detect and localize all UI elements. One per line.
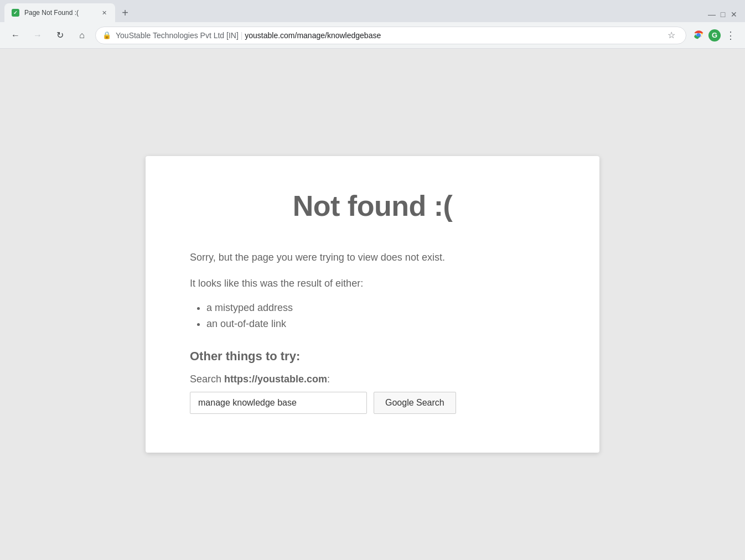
g-label: G: [712, 31, 717, 39]
toolbar-icons: G ⋮: [691, 28, 738, 43]
tab-close-button[interactable]: ✕: [100, 8, 108, 17]
error-card: Not found :( Sorry, but the page you wer…: [146, 156, 599, 453]
browser-menu-button[interactable]: ⋮: [723, 28, 738, 43]
forward-icon: →: [33, 30, 42, 40]
google-search-button[interactable]: Google Search: [374, 392, 456, 414]
page-content: Not found :( Sorry, but the page you wer…: [0, 49, 745, 560]
tab-favicon: [11, 8, 20, 17]
company-name: YouStable Technologies Pvt Ltd [IN]: [116, 31, 239, 40]
search-label: Search https://youstable.com:: [190, 374, 555, 385]
chrome-logo-svg: [692, 29, 705, 42]
tab-bar: Page Not Found :( ✕ +: [4, 0, 707, 22]
window-controls: — □ ✕: [707, 10, 741, 22]
error-title: Not found :(: [190, 189, 555, 222]
address-path: /manage/knowledgebase: [295, 31, 381, 40]
search-row: Google Search: [190, 392, 555, 414]
list-item: a mistyped address: [206, 302, 555, 314]
bookmark-button[interactable]: ☆: [664, 28, 679, 43]
lock-icon: 🔒: [102, 31, 111, 39]
address-bar[interactable]: 🔒 YouStable Technologies Pvt Ltd [IN] | …: [95, 27, 686, 44]
star-icon: ☆: [668, 30, 675, 40]
back-button[interactable]: ←: [7, 27, 24, 44]
maximize-button[interactable]: □: [718, 10, 727, 19]
search-label-url: https://youstable.com: [224, 374, 327, 385]
chrome-extensions-icon[interactable]: [691, 28, 706, 43]
home-button[interactable]: ⌂: [73, 27, 91, 44]
address-text: YouStable Technologies Pvt Ltd [IN] | yo…: [116, 31, 659, 40]
minimize-button[interactable]: —: [707, 10, 716, 19]
new-tab-button[interactable]: +: [117, 5, 133, 20]
search-input[interactable]: [190, 392, 367, 414]
error-cause-intro: It looks like this was the result of eit…: [190, 276, 555, 291]
reload-button[interactable]: ↻: [51, 27, 69, 44]
google-account-icon[interactable]: G: [708, 29, 721, 42]
list-item: an out-of-date link: [206, 318, 555, 330]
home-icon: ⌂: [79, 30, 85, 40]
error-description: Sorry, but the page you were trying to v…: [190, 250, 555, 265]
address-domain: youstable.com: [245, 31, 294, 40]
forward-button[interactable]: →: [29, 27, 46, 44]
browser-toolbar: ← → ↻ ⌂ 🔒 YouStable Technologies Pvt Ltd…: [0, 22, 745, 49]
other-things-title: Other things to try:: [190, 349, 555, 364]
search-label-prefix: Search: [190, 374, 224, 385]
close-button[interactable]: ✕: [730, 10, 738, 19]
browser-frame: Page Not Found :( ✕ + — □ ✕ ← → ↻ ⌂ 🔒 Yo…: [0, 0, 745, 560]
reload-icon: ↻: [56, 30, 64, 40]
back-icon: ←: [11, 30, 20, 40]
menu-icon: ⋮: [726, 29, 736, 42]
error-causes-list: a mistyped address an out-of-date link: [206, 302, 555, 330]
title-bar: Page Not Found :( ✕ + — □ ✕: [0, 0, 745, 22]
search-label-suffix: :: [327, 374, 330, 385]
favicon-icon: [12, 9, 19, 17]
tab-title: Page Not Found :(: [24, 9, 95, 17]
active-tab[interactable]: Page Not Found :( ✕: [4, 3, 115, 22]
